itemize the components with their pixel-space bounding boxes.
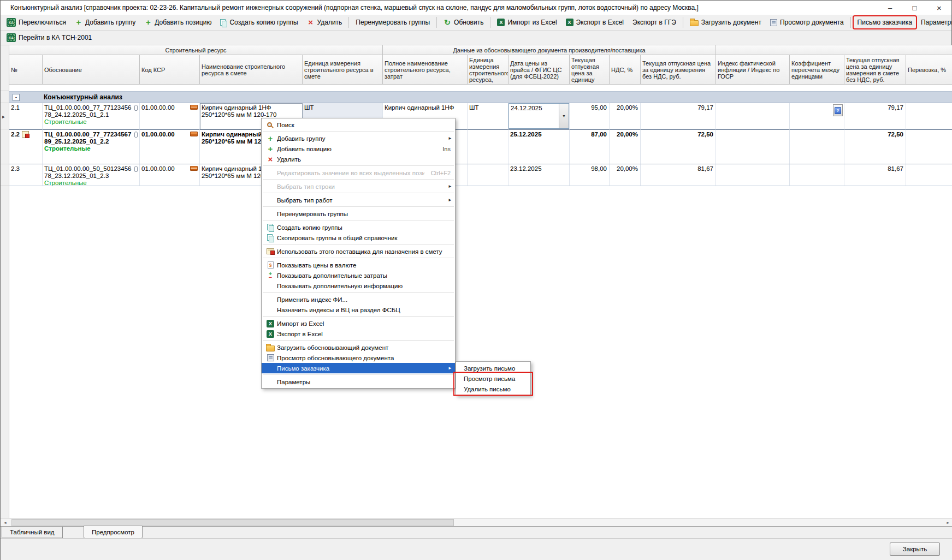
goto-ka-tsn-button[interactable]: КА Перейти в КА ТСН-2001 (3, 31, 96, 44)
cell-basis[interactable]: ТЦ_01.00.00.00_77_7712345678_24.12.2025_… (43, 103, 140, 129)
cell-price[interactable]: 95,00 (570, 103, 610, 129)
refresh-button[interactable]: ↻ Обновить (440, 16, 487, 29)
cell-full-unit[interactable] (468, 164, 508, 186)
menu-item-search[interactable]: Поиск (262, 120, 455, 130)
menu-item-show-currency-prices[interactable]: $ Показывать цены в валюте (262, 260, 455, 270)
load-document-button[interactable]: Загрузить документ (686, 16, 765, 28)
scroll-right-button[interactable]: ► (944, 519, 951, 526)
cell-full-unit[interactable] (468, 129, 508, 164)
menu-item-copy-groups-to-dictionary[interactable]: Скопировать группы в общий справочник (262, 233, 455, 243)
submenu-item-view-letter[interactable]: Просмотр письма (456, 373, 530, 384)
column-header-basis: Обоснование (43, 55, 140, 85)
customer-letter-button[interactable]: Письмо заказчика (854, 16, 916, 28)
scrollbar-thumb[interactable] (11, 519, 454, 526)
export-gge-label: Экспорт в ГГЭ (632, 19, 676, 26)
brick-icon (190, 132, 198, 136)
cell-inflation-index[interactable] (716, 129, 790, 164)
cell-basis[interactable]: ТЦ_01.00.00.00_50_5012345678_23.12.2025_… (43, 164, 140, 186)
maximize-button[interactable]: □ (902, 1, 927, 15)
app-window: Конъюнктурный анализ [справочник проекта… (0, 0, 952, 560)
cell-price-date[interactable]: 24.12.2025 ▼ (508, 103, 570, 129)
renumber-groups-button[interactable]: Перенумеровать группы (352, 16, 434, 28)
cell-price[interactable]: 87,00 (570, 129, 610, 164)
cell-transport[interactable] (906, 103, 952, 129)
export-gge-button[interactable]: Экспорт в ГГЭ (629, 16, 680, 28)
cell-basis[interactable]: ТЦ_01.00.00.00_77_7723456789_25.12.2025_… (43, 129, 140, 164)
cell-price[interactable]: 98,00 (570, 164, 610, 186)
minimize-button[interactable]: – (878, 1, 902, 15)
submenu-item-delete-letter[interactable]: Удалить письмо (456, 384, 530, 394)
cell-unit-coefficient[interactable] (790, 164, 844, 186)
cell-inflation-index[interactable] (716, 103, 790, 129)
column-header-num: № (9, 55, 43, 85)
view-tabs: Табличный вид Предпросмотр (1, 526, 952, 538)
cell-num[interactable]: 2.2 (9, 129, 43, 164)
menu-item-apply-fi-index[interactable]: Применить индекс ФИ... (262, 294, 455, 305)
cell-price-date[interactable]: 23.12.2025 (508, 164, 570, 186)
date-combobox[interactable]: 24.12.2025 ▼ (508, 103, 569, 129)
collapse-group-button[interactable]: - (13, 94, 20, 101)
cell-transport[interactable] (906, 129, 952, 164)
cell-price-no-vat[interactable]: 72,50 (641, 129, 716, 164)
menu-item-add-position[interactable]: + Добавить позицию Ins (262, 144, 455, 154)
tab-preview[interactable]: Предпросмотр (84, 526, 143, 539)
cell-vat[interactable]: 20,00% (610, 129, 641, 164)
menu-item-add-group[interactable]: + Добавить группу ► (262, 133, 455, 144)
cell-ksr-code[interactable]: 01.00.00.00 (140, 103, 200, 129)
cell-ksr-code[interactable]: 01.00.00.00 (140, 129, 200, 164)
menu-item-show-additional-info[interactable]: Показывать дополнительную информацию (262, 281, 455, 291)
toolbar-separator (490, 17, 490, 28)
menu-item-select-work-type[interactable]: Выбрать тип работ ► (262, 195, 455, 205)
cell-num[interactable]: 2.1 (9, 103, 43, 129)
submenu-item-load-letter[interactable]: Загрузить письмо (456, 363, 530, 373)
cell-ksr-code[interactable]: 01.00.00.00 (140, 164, 200, 186)
menu-item-view-supporting-document[interactable]: Просмотр обосновывающего документа (262, 353, 455, 363)
add-position-button[interactable]: + Добавить позицию (140, 16, 215, 28)
menu-item-import-excel[interactable]: X Импорт из Excel (262, 318, 455, 329)
cell-estimate-price[interactable]: 81,67 (844, 164, 906, 186)
tab-table-view[interactable]: Табличный вид (2, 527, 63, 538)
menu-item-use-supplier[interactable]: Использовать этого поставщика для назнач… (262, 246, 455, 257)
menu-item-customer-letter[interactable]: Письмо заказчика ► (262, 363, 455, 373)
parameters-button[interactable]: Параметры (917, 16, 952, 28)
scroll-left-button[interactable]: ◄ (2, 519, 9, 526)
cell-unit-coefficient[interactable]: ? (790, 103, 844, 129)
menu-item-load-supporting-document[interactable]: Загрузить обосновывающий документ (262, 342, 455, 353)
cell-estimate-price[interactable]: 79,17 (844, 103, 906, 129)
view-document-button[interactable]: Просмотр документа (766, 16, 848, 28)
menu-item-assign-indexes[interactable]: Назначить индексы и ВЦ на раздел ФСБЦ (262, 305, 455, 315)
cell-full-unit[interactable]: ШТ (468, 103, 508, 129)
menu-item-export-excel[interactable]: X Экспорт в Excel (262, 329, 455, 339)
cell-vat[interactable]: 20,00% (610, 164, 641, 186)
resource-type-label: Строительные (44, 180, 138, 186)
close-window-button[interactable]: × (927, 1, 951, 15)
coefficient-help-button[interactable]: ? (833, 104, 843, 116)
close-button[interactable]: Закрыть (890, 543, 940, 556)
export-excel-button[interactable]: X Экспорт в Excel (562, 16, 628, 28)
combobox-dropdown-button[interactable]: ▼ (559, 104, 569, 128)
cell-num[interactable]: 2.3 (9, 164, 43, 186)
menu-item-show-additional-costs[interactable]: +− Показывать дополнительные затраты (262, 270, 455, 281)
menu-item-renumber-groups[interactable]: Перенумеровать группы (262, 208, 455, 219)
delete-button[interactable]: × Удалить (303, 16, 346, 28)
menu-item-copy-group[interactable]: Создать копию группы (262, 222, 455, 233)
cell-unit-coefficient[interactable] (790, 129, 844, 164)
submenu-arrow-icon: ► (448, 366, 452, 371)
switch-button[interactable]: КА Переключиться (3, 16, 70, 29)
cell-inflation-index[interactable] (716, 164, 790, 186)
menu-item-parameters[interactable]: Параметры (262, 377, 455, 387)
delete-label: Удалить (317, 19, 342, 26)
cell-price-no-vat[interactable]: 81,67 (641, 164, 716, 186)
cell-transport[interactable] (906, 164, 952, 186)
spacer-row (1, 85, 952, 91)
column-header-estimate-price: Текущая отпускная цена за единицу измере… (844, 55, 906, 85)
cell-estimate-price[interactable]: 72,50 (844, 129, 906, 164)
cell-price-date[interactable]: 25.12.2025 (508, 129, 570, 164)
copy-group-button[interactable]: Создать копию группы (216, 16, 301, 28)
add-group-button[interactable]: + Добавить группу (71, 16, 139, 28)
menu-item-delete[interactable]: × Удалить (262, 154, 455, 164)
horizontal-scrollbar[interactable]: ◄ ► (1, 518, 952, 526)
cell-price-no-vat[interactable]: 79,17 (641, 103, 716, 129)
import-excel-button[interactable]: X Импорт из Excel (493, 16, 560, 28)
cell-vat[interactable]: 20,00% (610, 103, 641, 129)
